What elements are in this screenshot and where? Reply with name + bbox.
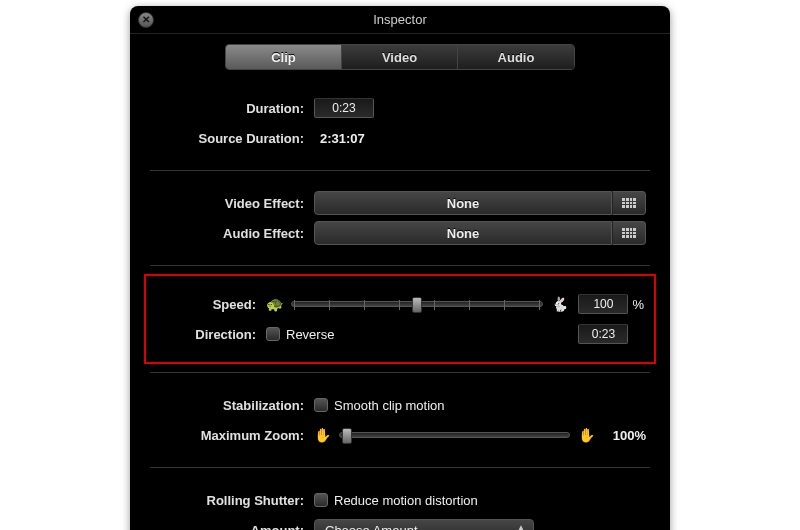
- stabilization-label: Stabilization:: [154, 398, 314, 413]
- turtle-icon: 🐢: [266, 296, 283, 312]
- stabilization-section: Stabilization: Smooth clip motion Maximu…: [130, 381, 670, 459]
- rolling-shutter-checkbox-label: Reduce motion distortion: [334, 493, 478, 508]
- tab-bar: Clip Video Audio: [130, 34, 670, 84]
- video-effect-label: Video Effect:: [154, 196, 314, 211]
- duration-section: Duration: 0:23 Source Duration: 2:31:07: [130, 84, 670, 162]
- speed-direction-highlight: Speed: 🐢 🐇 100 % Direction: Reverse 0:23…: [144, 274, 656, 364]
- stabilization-checkbox-label: Smooth clip motion: [334, 398, 445, 413]
- source-duration-label: Source Duration:: [154, 131, 314, 146]
- max-zoom-value: 100%: [607, 428, 646, 443]
- duration-label: Duration:: [154, 101, 314, 116]
- titlebar: ✕ Inspector: [130, 6, 670, 34]
- speed-unit: %: [632, 297, 644, 312]
- effects-section: Video Effect: None Audio Effect: None: [130, 179, 670, 257]
- rolling-shutter-section: Rolling Shutter: Reduce motion distortio…: [130, 476, 670, 530]
- audio-effect-button[interactable]: None: [314, 221, 612, 245]
- divider: [150, 372, 650, 373]
- amount-select[interactable]: Choose Amount ▲▼: [314, 519, 534, 530]
- close-button[interactable]: ✕: [138, 12, 154, 28]
- hand-icon: ✋: [314, 427, 331, 443]
- tab-video[interactable]: Video: [342, 45, 458, 69]
- source-duration-value: 2:31:07: [314, 131, 365, 146]
- grid-icon: [622, 198, 636, 208]
- max-zoom-slider[interactable]: [339, 432, 570, 438]
- direction-label: Direction:: [156, 327, 266, 342]
- window-title: Inspector: [373, 12, 426, 27]
- reverse-checkbox-label: Reverse: [286, 327, 334, 342]
- tab-segmented-control: Clip Video Audio: [225, 44, 575, 70]
- video-effect-button[interactable]: None: [314, 191, 612, 215]
- rolling-shutter-checkbox[interactable]: [314, 493, 328, 507]
- rolling-shutter-label: Rolling Shutter:: [154, 493, 314, 508]
- tab-audio[interactable]: Audio: [458, 45, 574, 69]
- max-zoom-slider-thumb[interactable]: [342, 428, 352, 444]
- speed-slider[interactable]: [291, 301, 543, 307]
- inspector-panel: ✕ Inspector Clip Video Audio Duration: 0…: [130, 6, 670, 530]
- reverse-checkbox[interactable]: [266, 327, 280, 341]
- stabilization-checkbox[interactable]: [314, 398, 328, 412]
- audio-effect-browser-button[interactable]: [612, 221, 646, 245]
- video-effect-browser-button[interactable]: [612, 191, 646, 215]
- direction-time-field[interactable]: 0:23: [578, 324, 628, 344]
- speed-slider-thumb[interactable]: [412, 297, 422, 313]
- divider: [150, 265, 650, 266]
- speed-value-field[interactable]: 100: [578, 294, 628, 314]
- select-arrows-icon: ▲▼: [517, 525, 525, 530]
- tab-clip[interactable]: Clip: [226, 45, 342, 69]
- amount-select-value: Choose Amount: [325, 523, 418, 531]
- divider: [150, 467, 650, 468]
- duration-field[interactable]: 0:23: [314, 98, 374, 118]
- max-zoom-label: Maximum Zoom:: [154, 428, 314, 443]
- rabbit-icon: 🐇: [551, 296, 568, 312]
- hand-icon: ✋: [578, 427, 595, 443]
- speed-label: Speed:: [156, 297, 266, 312]
- audio-effect-label: Audio Effect:: [154, 226, 314, 241]
- grid-icon: [622, 228, 636, 238]
- divider: [150, 170, 650, 171]
- amount-label: Amount:: [154, 523, 314, 531]
